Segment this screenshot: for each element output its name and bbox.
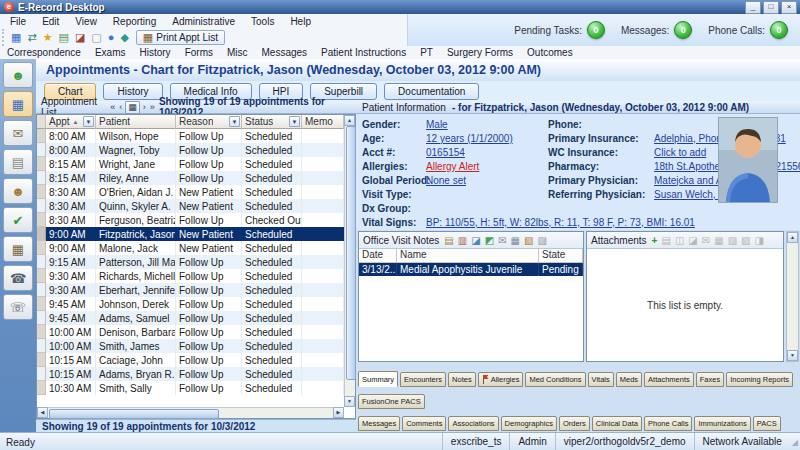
row-selector[interactable] <box>37 143 46 157</box>
edit-attachment-icon[interactable]: ▤ <box>661 233 670 248</box>
export-attachment-icon[interactable]: ◨ <box>755 233 764 248</box>
maximize-button[interactable]: □ <box>763 1 779 14</box>
tab-summary[interactable]: Summary <box>358 371 398 387</box>
new-note-icon[interactable]: ▤ <box>444 233 453 248</box>
tab-pacs[interactable]: PACS <box>753 416 781 431</box>
scrollbar-thumb[interactable] <box>49 409 219 419</box>
tab-documentation[interactable]: Documentation <box>384 83 479 100</box>
filter-dropdown-icon[interactable]: ▼ <box>229 116 240 127</box>
ledger-button[interactable]: ▦ <box>3 236 33 262</box>
appointment-row[interactable]: 9:45 AMAdams, SamuelFollow UpScheduled <box>37 311 344 325</box>
filter-dropdown-icon[interactable]: ▼ <box>83 116 94 127</box>
menu-tools[interactable]: Tools <box>243 15 282 28</box>
email-note-icon[interactable]: ✉ <box>498 233 506 248</box>
resize-grip-icon[interactable]: ◢ <box>792 438 798 447</box>
appointment-row[interactable]: 10:15 AMAdams, Bryan R.Follow UpSchedule… <box>37 367 344 381</box>
import-attachment-icon[interactable]: ◪ <box>688 233 697 248</box>
horizontal-scrollbar[interactable]: ◀ ▶ <box>37 407 344 418</box>
tab-associations[interactable]: Associations <box>448 416 498 431</box>
print-note-icon[interactable]: ▦ <box>511 233 520 248</box>
fax-note-icon[interactable]: ▨ <box>537 233 546 248</box>
row-selector[interactable] <box>37 213 46 227</box>
appointments-button[interactable]: ▦ <box>3 91 33 117</box>
menu2-forms[interactable]: Forms <box>178 47 220 58</box>
menu2-exams[interactable]: Exams <box>88 47 133 58</box>
menu2-messages[interactable]: Messages <box>255 47 315 58</box>
tab-demographics[interactable]: Demographics <box>501 416 557 431</box>
menu2-misc[interactable]: Misc <box>220 47 255 58</box>
menu2-correspondence[interactable]: Correspondence <box>0 47 88 58</box>
tab-comments[interactable]: Comments <box>402 416 446 431</box>
row-selector[interactable] <box>37 227 46 241</box>
mail-button[interactable]: ✉ <box>3 120 33 146</box>
badge-count[interactable]: 0 <box>587 21 605 39</box>
vital-signs-link[interactable]: BP: 110/55, H: 5ft, W: 82lbs, R: 11, T: … <box>426 217 800 228</box>
next-page-icon[interactable]: › <box>142 102 147 113</box>
scroll-down-icon[interactable]: ▼ <box>787 350 798 361</box>
appointment-row[interactable]: 9:30 AMEberhart, JenniferFollow UpSchedu… <box>37 283 344 297</box>
row-selector[interactable] <box>37 297 46 311</box>
documents-button[interactable]: ▤ <box>3 149 33 175</box>
menu-administrative[interactable]: Administrative <box>164 15 243 28</box>
close-button[interactable]: × <box>781 1 797 14</box>
menu-reporting[interactable]: Reporting <box>105 15 164 28</box>
tab-med-conditions[interactable]: Med Conditions <box>525 372 585 387</box>
field-link[interactable]: None set <box>426 175 548 186</box>
appointment-row[interactable]: 8:30 AMQuinn, Skyler A.New PatientSchedu… <box>37 199 344 213</box>
row-selector[interactable] <box>37 311 46 325</box>
column-header-appt[interactable]: Appt▲▼ <box>46 115 96 129</box>
appointment-row[interactable]: 10:30 AMSmith, SallyFollow UpScheduled <box>37 381 344 395</box>
patients-button[interactable]: ☻ <box>3 178 33 204</box>
checkin-note-icon[interactable]: ◪ <box>471 233 480 248</box>
notes-column-name[interactable]: Name <box>397 249 539 262</box>
row-selector[interactable] <box>37 367 46 381</box>
tab-incoming-reports[interactable]: Incoming Reports <box>726 372 793 387</box>
appointment-row[interactable]: 8:30 AMFerguson, BeatrizFollow UpChecked… <box>37 213 344 227</box>
field-link[interactable]: 12 years (1/1/2000) <box>426 133 548 144</box>
column-header-patient[interactable]: Patient <box>96 115 176 129</box>
tab-attachments[interactable]: Attachments <box>644 372 694 387</box>
appointment-row[interactable]: 10:00 AMSmith, JamesFollow UpScheduled <box>37 339 344 353</box>
favorites-star-icon[interactable]: ★ <box>43 30 53 45</box>
appointment-row[interactable]: 9:30 AMRichards, MichelleFollow UpSchedu… <box>37 269 344 283</box>
row-selector[interactable] <box>37 283 46 297</box>
tab-notes[interactable]: Notes <box>448 372 476 387</box>
checkout-note-icon[interactable]: ◩ <box>485 233 494 248</box>
minimize-button[interactable]: _ <box>745 1 761 14</box>
tab-vitals[interactable]: Vitals <box>588 372 614 387</box>
briefcase-icon[interactable]: ◪ <box>75 30 85 45</box>
field-link[interactable]: Male <box>426 119 548 130</box>
row-selector[interactable] <box>37 171 46 185</box>
menu-file[interactable]: File <box>2 15 34 28</box>
row-selector[interactable] <box>37 269 46 283</box>
tab-encounters[interactable]: Encounters <box>400 372 446 387</box>
last-page-icon[interactable]: » <box>149 102 156 113</box>
scroll-left-icon[interactable]: ◀ <box>37 407 48 418</box>
print-appt-list-button[interactable]: ▦ Print Appt List <box>136 30 225 45</box>
email-attachment-icon[interactable]: ✉ <box>702 233 710 248</box>
scroll-down-icon[interactable]: ▼ <box>344 396 355 407</box>
menu2-patient-instructions[interactable]: Patient Instructions <box>314 47 413 58</box>
view-attachment-icon[interactable]: ▧ <box>741 233 750 248</box>
scrollbar-thumb[interactable] <box>346 126 356 380</box>
row-selector[interactable] <box>37 353 46 367</box>
appointment-row[interactable]: 8:15 AMWright, JaneFollow UpScheduled <box>37 157 344 171</box>
scroll-right-icon[interactable]: ▶ <box>333 407 344 418</box>
refresh-icon[interactable]: ⇄ <box>27 30 36 45</box>
sign-note-icon[interactable]: ▧ <box>524 233 533 248</box>
add-attachment-icon[interactable]: + <box>652 233 658 248</box>
appointment-row[interactable]: 8:30 AMO'Brien, Aidan J.New PatientSched… <box>37 185 344 199</box>
menu-edit[interactable]: Edit <box>34 15 67 28</box>
phone-button[interactable]: ☎ <box>3 265 33 291</box>
vertical-scrollbar[interactable]: ▲ ▼ <box>344 115 355 407</box>
tab-meds[interactable]: Meds <box>616 372 642 387</box>
badge-count[interactable]: 0 <box>674 21 692 39</box>
row-selector[interactable] <box>37 185 46 199</box>
row-selector[interactable] <box>37 339 46 353</box>
fax-button[interactable]: ☏ <box>3 294 33 320</box>
reports-icon[interactable]: ▤ <box>59 30 69 45</box>
delete-note-icon[interactable]: ▥ <box>458 233 467 248</box>
notes-column-date[interactable]: Date <box>359 249 397 262</box>
fax-attachment-icon[interactable]: ▨ <box>728 233 737 248</box>
document-icon[interactable]: ▢ <box>91 30 101 45</box>
